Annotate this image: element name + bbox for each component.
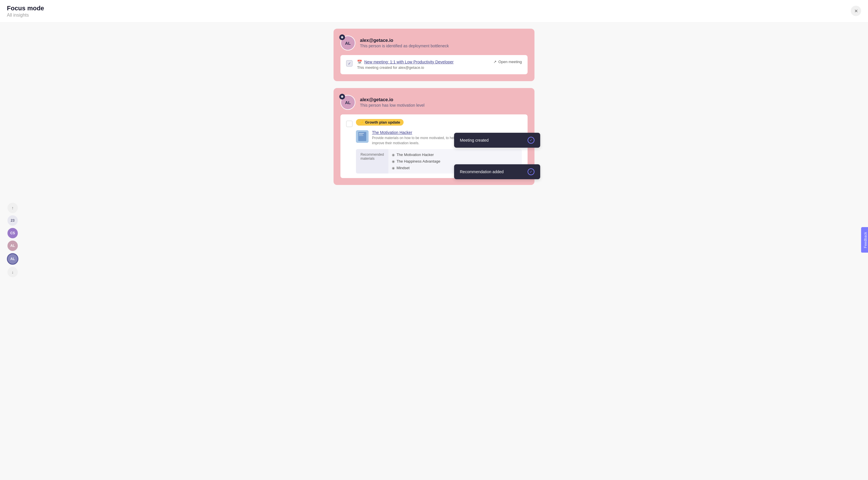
rec-item-1-text: The Motivation Hacker bbox=[396, 152, 434, 157]
main-content: AL alex@getace.io This person is identif… bbox=[0, 0, 868, 197]
avatar-badge-2 bbox=[339, 94, 345, 100]
insight-card-1: AL alex@getace.io This person is identif… bbox=[334, 29, 534, 81]
recommended-item-2: ◉ The Happiness Advantage bbox=[392, 158, 518, 165]
book-thumbnail bbox=[356, 130, 369, 143]
sidebar-avatar-cs[interactable]: CS bbox=[7, 228, 18, 238]
leaf-icon bbox=[341, 36, 344, 39]
card-1-action-content: 📅 New meeting: 1:1 with Low Productivity… bbox=[357, 60, 489, 70]
card-1-checkbox[interactable] bbox=[346, 60, 352, 67]
toast-meeting-check: ✓ bbox=[528, 137, 534, 144]
avatar-initials-2: AL bbox=[345, 100, 351, 105]
arrow-up-icon: ↑ bbox=[12, 206, 14, 210]
card-2-email: alex@getace.io bbox=[360, 97, 425, 102]
open-meeting-button[interactable]: ↗ Open meeting bbox=[493, 60, 522, 64]
rec-item-2-text: The Happiness Advantage bbox=[396, 159, 440, 164]
growth-badge: ⚡ Growth plan update bbox=[356, 119, 404, 126]
card-2-header: AL alex@getace.io This person has low mo… bbox=[340, 95, 528, 110]
rec-icon-2: ◉ bbox=[392, 160, 395, 164]
toast-recommendation-added: Recommendation added ✓ bbox=[454, 164, 540, 179]
avatar-badge-1 bbox=[339, 34, 345, 40]
checkmark-icon-2: ✓ bbox=[530, 170, 532, 174]
insight-count: 23 bbox=[7, 215, 18, 226]
card-1-action-body: This meeting created for alex@getace.io bbox=[357, 65, 489, 70]
growth-badge-label: Growth plan update bbox=[365, 120, 400, 125]
card-1-description: This person is identified as deployment … bbox=[360, 43, 449, 48]
card-1-header: AL alex@getace.io This person is identif… bbox=[340, 36, 528, 50]
growth-header: ⚡ Growth plan update bbox=[356, 119, 522, 126]
sidebar-avatar-al-1[interactable]: AL bbox=[7, 241, 18, 251]
feedback-button[interactable]: Feedback bbox=[861, 228, 868, 253]
svg-rect-4 bbox=[359, 135, 363, 136]
rec-icon-3: ◉ bbox=[392, 166, 395, 170]
avatar-initials: AL bbox=[10, 257, 15, 261]
avatar-wrapper-1: AL bbox=[340, 36, 355, 50]
avatar-wrapper-2: AL bbox=[340, 95, 355, 110]
toast-recommendation-text: Recommendation added bbox=[460, 169, 504, 174]
avatar-initials: CS bbox=[10, 231, 15, 235]
nav-down-button[interactable]: ↓ bbox=[7, 267, 18, 277]
svg-rect-2 bbox=[359, 133, 364, 134]
feedback-label: Feedback bbox=[864, 232, 868, 248]
checkmark-icon-1: ✓ bbox=[530, 138, 532, 142]
lightning-icon: ⚡ bbox=[360, 120, 364, 125]
close-button[interactable]: ✕ bbox=[851, 6, 861, 16]
toast-meeting-created: Meeting created ✓ bbox=[454, 133, 540, 148]
arrow-down-icon: ↓ bbox=[12, 270, 14, 274]
avatar-initials: AL bbox=[10, 244, 15, 248]
meeting-icon: 📅 bbox=[357, 60, 362, 64]
card-2-checkbox[interactable] bbox=[346, 121, 352, 127]
rec-icon-1: ◉ bbox=[392, 153, 395, 157]
recommended-label-text: Recommendedmaterials bbox=[361, 152, 384, 161]
insight-card-2: AL alex@getace.io This person has low mo… bbox=[334, 88, 534, 185]
card-1-email: alex@getace.io bbox=[360, 38, 449, 43]
page-title: Focus mode bbox=[7, 5, 861, 12]
card-2-info: alex@getace.io This person has low motiv… bbox=[360, 97, 425, 107]
card-1-action-link[interactable]: New meeting: 1:1 with Low Productivity D… bbox=[364, 60, 454, 64]
card-1-action: 📅 New meeting: 1:1 with Low Productivity… bbox=[340, 55, 528, 74]
header: Focus mode All insights bbox=[0, 0, 868, 23]
book-cover bbox=[356, 130, 369, 143]
close-icon: ✕ bbox=[854, 8, 858, 14]
card-2-checkbox-wrapper bbox=[346, 120, 352, 127]
svg-rect-3 bbox=[359, 134, 363, 135]
leaf-icon-2 bbox=[341, 95, 344, 98]
nav-up-button[interactable]: ↑ bbox=[7, 203, 18, 213]
toast-meeting-text: Meeting created bbox=[460, 138, 489, 142]
sidebar-navigation: ↑ 23 CS AL AL ↓ bbox=[7, 203, 19, 277]
page-subtitle: All insights bbox=[7, 12, 861, 18]
sidebar-avatar-al-2[interactable]: AL bbox=[7, 253, 19, 265]
avatar-initials-1: AL bbox=[345, 41, 351, 45]
recommended-item-1: ◉ The Motivation Hacker bbox=[392, 151, 518, 158]
toast-recommendation-check: ✓ bbox=[528, 168, 534, 175]
recommended-label: Recommendedmaterials bbox=[356, 149, 389, 173]
external-link-icon: ↗ bbox=[493, 60, 497, 64]
card-1-info: alex@getace.io This person is identified… bbox=[360, 38, 449, 48]
card-1-action-title: 📅 New meeting: 1:1 with Low Productivity… bbox=[357, 60, 489, 64]
card-2-description: This person has low motivation level bbox=[360, 103, 425, 107]
open-meeting-label: Open meeting bbox=[498, 60, 522, 64]
rec-item-3-text: Mindset bbox=[396, 166, 410, 170]
